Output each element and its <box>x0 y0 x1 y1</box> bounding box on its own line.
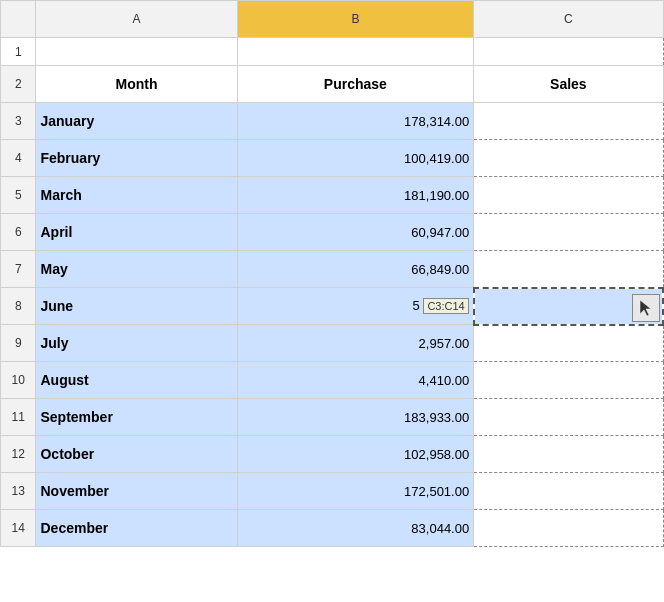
row-header-1: 1 <box>1 38 36 66</box>
purchase-october[interactable]: 102,958.00 <box>237 436 474 473</box>
row-header-9: 9 <box>1 325 36 362</box>
purchase-july[interactable]: 2,957.00 <box>237 325 474 362</box>
sales-november[interactable] <box>474 473 663 510</box>
row-header-6: 6 <box>1 214 36 251</box>
sales-august[interactable] <box>474 362 663 399</box>
cell-reference-tooltip: C3:C14 <box>423 298 468 314</box>
row-header-2: 2 <box>1 66 36 103</box>
spreadsheet: A B C 1 2 Month Purchase Sales 3 January… <box>0 0 664 547</box>
col-header-b[interactable]: B <box>237 1 474 38</box>
col-header-c[interactable]: C <box>474 1 663 38</box>
purchase-december[interactable]: 83,044.00 <box>237 510 474 547</box>
row-header-3: 3 <box>1 103 36 140</box>
purchase-march[interactable]: 181,190.00 <box>237 177 474 214</box>
purchase-november[interactable]: 172,501.00 <box>237 473 474 510</box>
row-header-4: 4 <box>1 140 36 177</box>
row-header-10: 10 <box>1 362 36 399</box>
sales-january[interactable] <box>474 103 663 140</box>
month-september[interactable]: September <box>36 399 237 436</box>
sales-october[interactable] <box>474 436 663 473</box>
row-header-7: 7 <box>1 251 36 288</box>
sales-february[interactable] <box>474 140 663 177</box>
row-header-13: 13 <box>1 473 36 510</box>
purchase-header[interactable]: Purchase <box>237 66 474 103</box>
sales-header[interactable]: Sales <box>474 66 663 103</box>
month-november[interactable]: November <box>36 473 237 510</box>
cell-b1[interactable] <box>237 38 474 66</box>
purchase-may[interactable]: 66,849.00 <box>237 251 474 288</box>
month-december[interactable]: December <box>36 510 237 547</box>
corner-header <box>1 1 36 38</box>
sales-september[interactable] <box>474 399 663 436</box>
cell-c1[interactable] <box>474 38 663 66</box>
month-may[interactable]: May <box>36 251 237 288</box>
purchase-april[interactable]: 60,947.00 <box>237 214 474 251</box>
row-header-11: 11 <box>1 399 36 436</box>
month-february[interactable]: February <box>36 140 237 177</box>
sales-june-selection[interactable] <box>474 288 663 325</box>
month-july[interactable]: July <box>36 325 237 362</box>
purchase-august[interactable]: 4,410.00 <box>237 362 474 399</box>
month-october[interactable]: October <box>36 436 237 473</box>
cell-a1[interactable] <box>36 38 237 66</box>
purchase-january[interactable]: 178,314.00 <box>237 103 474 140</box>
row-header-5: 5 <box>1 177 36 214</box>
month-january[interactable]: January <box>36 103 237 140</box>
month-august[interactable]: August <box>36 362 237 399</box>
sales-april[interactable] <box>474 214 663 251</box>
month-april[interactable]: April <box>36 214 237 251</box>
purchase-february[interactable]: 100,419.00 <box>237 140 474 177</box>
purchase-june[interactable]: 5 C3:C14 <box>237 288 474 325</box>
sales-july[interactable] <box>474 325 663 362</box>
row-header-8: 8 <box>1 288 36 325</box>
row-header-14: 14 <box>1 510 36 547</box>
col-header-a[interactable]: A <box>36 1 237 38</box>
sales-march[interactable] <box>474 177 663 214</box>
month-header[interactable]: Month <box>36 66 237 103</box>
month-march[interactable]: March <box>36 177 237 214</box>
cursor-icon <box>632 294 660 322</box>
purchase-june-value: 5 <box>413 298 420 313</box>
month-june[interactable]: June <box>36 288 237 325</box>
purchase-september[interactable]: 183,933.00 <box>237 399 474 436</box>
row-header-12: 12 <box>1 436 36 473</box>
sales-may[interactable] <box>474 251 663 288</box>
sales-december[interactable] <box>474 510 663 547</box>
